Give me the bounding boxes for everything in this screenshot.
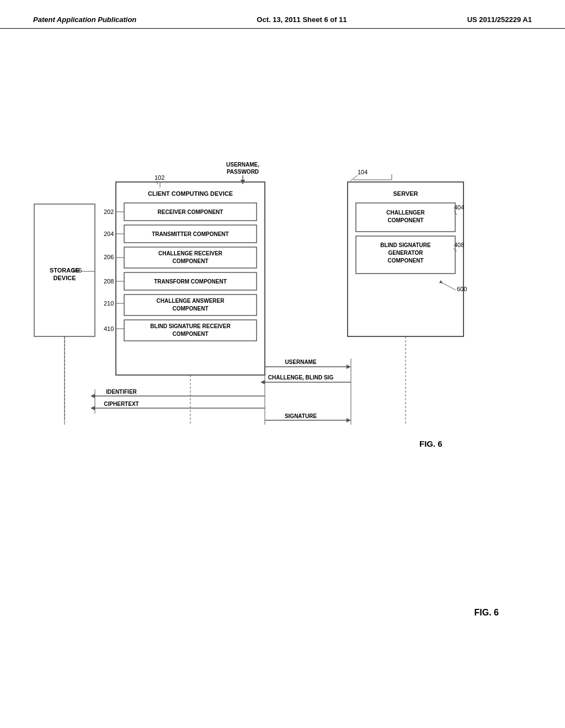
svg-text:TRANSFORM COMPONENT: TRANSFORM COMPONENT (154, 279, 227, 285)
svg-text:106: 106 (72, 267, 82, 274)
svg-text:PASSWORD: PASSWORD (227, 169, 259, 175)
svg-text:COMPONENT: COMPONENT (173, 258, 209, 264)
svg-text:CHALLENGER: CHALLENGER (386, 210, 425, 216)
svg-text:RECEIVER COMPONENT: RECEIVER COMPONENT (158, 209, 223, 215)
svg-text:COMPONENT: COMPONENT (173, 331, 209, 337)
svg-rect-14 (124, 295, 257, 315)
svg-text:410: 410 (104, 325, 114, 332)
svg-text:COMPONENT: COMPONENT (173, 306, 209, 312)
svg-rect-5 (124, 203, 257, 221)
svg-rect-3 (116, 182, 265, 375)
svg-text:102: 102 (154, 174, 164, 181)
svg-text:CLIENT COMPUTING DEVICE: CLIENT COMPUTING DEVICE (148, 190, 233, 197)
svg-rect-9 (124, 247, 257, 268)
svg-text:208: 208 (104, 278, 114, 285)
svg-text:USERNAME: USERNAME (285, 359, 317, 365)
svg-text:BLIND SIGNATURE RECEIVER: BLIND SIGNATURE RECEIVER (150, 323, 231, 329)
header-middle: Oct. 13, 2011 Sheet 6 of 11 (257, 15, 347, 24)
svg-rect-12 (124, 272, 257, 290)
svg-text:CHALLENGE RECEIVER: CHALLENGE RECEIVER (158, 250, 223, 256)
svg-rect-7 (124, 225, 257, 243)
svg-marker-58 (347, 365, 351, 369)
svg-text:CHALLENGE ANSWERER: CHALLENGE ANSWERER (157, 298, 225, 304)
svg-rect-22 (356, 203, 455, 232)
fig-label: FIG. 6 (419, 439, 443, 448)
svg-marker-64 (90, 394, 95, 398)
svg-line-35 (350, 175, 358, 181)
svg-marker-61 (260, 380, 265, 384)
diagram-svg: STORAGE DEVICE CLIENT COMPUTING DEVICE R… (0, 0, 565, 728)
fig-label: FIG. 6 (475, 608, 499, 618)
svg-text:BLIND SIGNATURE: BLIND SIGNATURE (380, 242, 431, 248)
svg-text:CHALLENGE, BLIND SIG: CHALLENGE, BLIND SIG (268, 374, 334, 381)
svg-text:408: 408 (454, 242, 464, 248)
svg-text:TRANSMITTER COMPONENT: TRANSMITTER COMPONENT (152, 231, 228, 237)
svg-text:600: 600 (457, 286, 467, 292)
svg-rect-17 (124, 320, 257, 341)
svg-rect-20 (348, 182, 463, 336)
svg-text:206: 206 (104, 254, 114, 260)
svg-text:CIPHERTEXT: CIPHERTEXT (104, 401, 138, 407)
svg-text:204: 204 (104, 231, 114, 237)
svg-marker-70 (347, 418, 351, 422)
header: Patent Application Publication Oct. 13, … (0, 0, 565, 29)
page: Patent Application Publication Oct. 13, … (0, 0, 565, 728)
svg-text:STORAGE: STORAGE (50, 267, 79, 274)
svg-text:DEVICE: DEVICE (54, 275, 76, 281)
svg-line-51 (454, 211, 457, 215)
svg-text:IDENTIFIER: IDENTIFIER (106, 389, 137, 395)
svg-text:202: 202 (104, 208, 114, 215)
svg-text:210: 210 (104, 300, 114, 307)
header-right: US 2011/252229 A1 (467, 15, 532, 24)
svg-line-53 (454, 248, 457, 251)
svg-text:COMPONENT: COMPONENT (388, 217, 424, 223)
svg-text:USERNAME,: USERNAME, (226, 162, 259, 168)
svg-text:104: 104 (358, 169, 367, 175)
svg-text:SIGNATURE: SIGNATURE (285, 413, 317, 419)
svg-rect-0 (34, 204, 95, 336)
header-left: Patent Application Publication (33, 15, 136, 24)
svg-rect-25 (356, 236, 455, 274)
svg-line-55 (441, 282, 456, 290)
svg-text:COMPONENT: COMPONENT (388, 258, 424, 264)
svg-text:404: 404 (454, 204, 464, 211)
svg-text:SERVER: SERVER (393, 190, 418, 197)
svg-text:GENERATOR: GENERATOR (388, 250, 424, 256)
svg-marker-67 (90, 406, 95, 410)
